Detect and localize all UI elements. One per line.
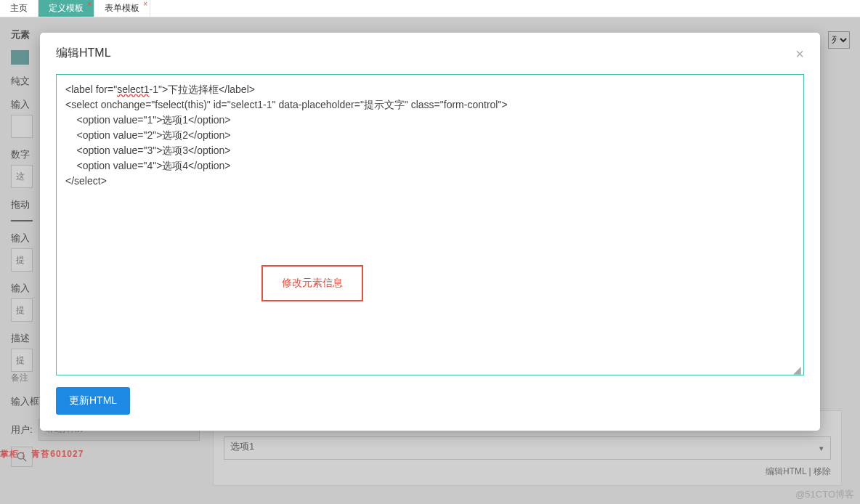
tab-home[interactable]: 主页	[0, 0, 38, 17]
close-icon[interactable]: ×	[143, 0, 147, 8]
tab-label: 表单模板	[105, 3, 139, 13]
tab-define-template[interactable]: 定义模板 ×	[38, 0, 94, 17]
resize-handle-icon[interactable]: ◢	[793, 365, 802, 373]
modal-close-button[interactable]: ×	[795, 46, 804, 61]
update-html-button[interactable]: 更新HTML	[56, 387, 130, 415]
tab-form-template[interactable]: 表单模板 ×	[94, 0, 150, 17]
edit-html-modal: 编辑HTML × <label for="select1-1">下拉选择框</l…	[40, 33, 820, 431]
modal-title: 编辑HTML	[56, 46, 111, 61]
html-code-textarea[interactable]: <label for="select1-1">下拉选择框</label> <se…	[56, 74, 804, 375]
tab-label: 定义模板	[49, 3, 84, 13]
tab-bar: 主页 定义模板 × 表单模板 ×	[0, 0, 860, 17]
close-icon[interactable]: ×	[87, 0, 92, 8]
